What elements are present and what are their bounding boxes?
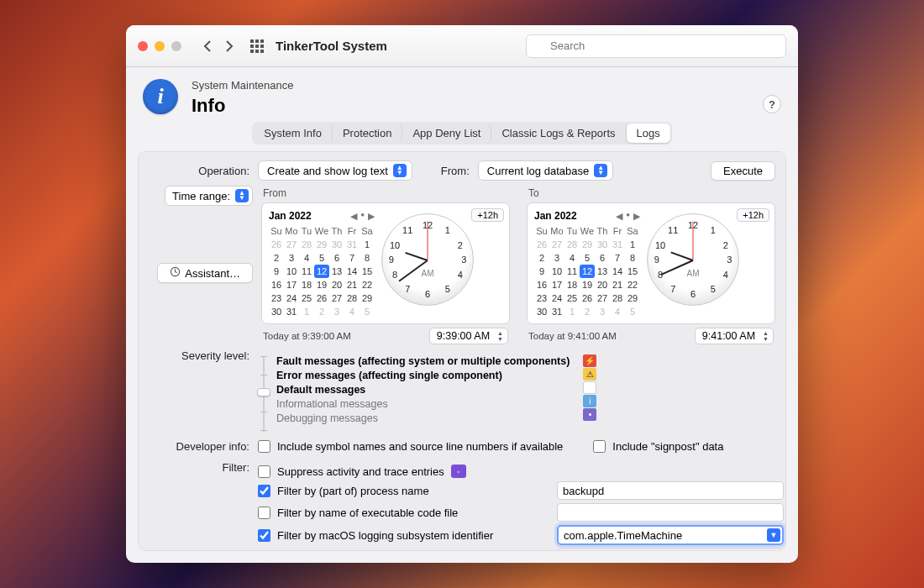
assistant-label: Assistant… — [185, 267, 240, 280]
logs-pane: Operation: Create and show log text ▲▼ F… — [138, 151, 786, 551]
from-source-value: Current log database — [487, 165, 589, 177]
filter-exec-label: Filter by name of executable code file — [277, 507, 458, 519]
filter-subsystem-checkbox[interactable] — [258, 529, 270, 542]
severity-label: Severity level: — [149, 349, 249, 362]
include-symbols-checkbox[interactable] — [258, 440, 270, 453]
zoom-window-icon[interactable] — [171, 41, 181, 51]
from-month-title: Jan 2022 — [269, 210, 312, 222]
info-icon: i — [143, 79, 178, 114]
tab-protection[interactable]: Protection — [333, 123, 403, 143]
from-ampm: AM — [422, 269, 434, 278]
window-controls — [138, 41, 181, 51]
process-name-input[interactable] — [557, 481, 784, 500]
severity-slider[interactable] — [258, 356, 270, 432]
filter-process-label: Filter by (part of) process name — [277, 485, 429, 497]
chevron-updown-icon: ▲▼ — [393, 164, 407, 177]
severity-item: Default messages — [276, 383, 570, 397]
to-ampm: AM — [687, 269, 700, 278]
subsystem-value: com.apple.TimeMachine — [564, 529, 682, 542]
suppress-label: Suppress activity and trace entries — [277, 465, 444, 478]
exec-name-input[interactable] — [557, 503, 784, 522]
chevron-updown-icon: ▲▼ — [594, 164, 607, 177]
from-today-text: Today at 9:39:00 AM — [263, 331, 351, 341]
page-title: Info — [192, 95, 749, 117]
warning-icon: ⚠ — [583, 368, 596, 381]
filter-subsystem-label: Filter by macOS logging subsystem identi… — [277, 529, 493, 542]
severity-item: Debugging messages — [276, 412, 570, 426]
breadcrumb: System Maintenance — [192, 79, 749, 92]
cal-prev-icon[interactable]: ◀ — [616, 211, 622, 222]
time-stepper[interactable]: ▲▼ — [495, 330, 506, 342]
cal-next-icon[interactable]: ▶ — [368, 211, 375, 222]
from-clock[interactable]: AM 121 23 45 67 89 1011 — [381, 213, 474, 306]
tab-system-info[interactable]: System Info — [254, 123, 333, 143]
category-input[interactable] — [557, 549, 784, 551]
titlebar: TinkerTool System — [126, 25, 798, 67]
cal-today-icon[interactable]: ● — [360, 211, 365, 222]
severity-item: Error messages (affecting single compone… — [276, 369, 570, 383]
calendar-grid[interactable]: SuMoTuWeThFrSa26272829303112345678910111… — [534, 224, 640, 318]
filter-exec-checkbox[interactable] — [258, 507, 270, 519]
to-clock[interactable]: AM 121 23 45 67 89 1011 — [647, 213, 739, 306]
to-month-title: Jan 2022 — [534, 210, 577, 222]
time-stepper[interactable]: ▲▼ — [760, 330, 771, 342]
plus-12h-button[interactable]: +12h — [737, 208, 769, 222]
tab-app-deny-list[interactable]: App Deny List — [402, 123, 491, 143]
developer-info-label: Developer info: — [149, 440, 249, 453]
activity-icon: ◦ — [451, 465, 466, 478]
assistant-button[interactable]: Assistant… — [157, 263, 253, 283]
operation-value: Create and show log text — [267, 165, 388, 177]
execute-button[interactable]: Execute — [711, 161, 775, 181]
minimize-window-icon[interactable] — [155, 41, 165, 51]
cal-today-icon[interactable]: ● — [626, 211, 630, 222]
include-signpost-checkbox[interactable] — [593, 440, 606, 453]
from-calendar[interactable]: Jan 2022 ◀ ● ▶ SuMoTuWeThFrSa26272829303… — [269, 210, 375, 318]
tab-bar: System Info Protection App Deny List Cla… — [252, 122, 671, 144]
debug-icon: • — [583, 408, 596, 421]
tab-classic-logs[interactable]: Classic Logs & Reports — [491, 123, 626, 143]
back-button[interactable] — [198, 35, 217, 57]
plus-12h-button[interactable]: +12h — [471, 208, 504, 222]
cal-next-icon[interactable]: ▶ — [633, 211, 640, 222]
operation-popup[interactable]: Create and show log text ▲▼ — [258, 160, 412, 181]
search-input[interactable] — [526, 34, 786, 58]
forward-button[interactable] — [220, 35, 239, 57]
suppress-checkbox[interactable] — [258, 465, 270, 478]
chevron-down-icon: ▼ — [767, 528, 780, 542]
from-date-box: +12h Jan 2022 ◀ ● ▶ SuMoTuWeThFrSa26272 — [261, 202, 510, 324]
from-date-label: From — [263, 187, 510, 199]
from-time-field[interactable]: 9:39:00 AM ▲▼ — [429, 328, 508, 344]
to-time-field[interactable]: 9:41:00 AM ▲▼ — [695, 328, 774, 344]
to-calendar[interactable]: Jan 2022 ◀ ● ▶ SuMoTuWeThFrSa26272829303… — [534, 210, 640, 318]
time-range-popup[interactable]: Time range: ▲▼ — [165, 186, 253, 206]
fault-icon: ⚡ — [583, 354, 596, 367]
app-title: TinkerTool System — [276, 39, 387, 53]
help-button[interactable]: ? — [763, 95, 781, 113]
to-today-text: Today at 9:41:00 AM — [528, 331, 617, 341]
to-date-label: To — [528, 187, 775, 199]
cal-prev-icon[interactable]: ◀ — [350, 211, 357, 222]
severity-list: Fault messages (affecting system or mult… — [276, 354, 570, 432]
default-icon — [583, 381, 596, 394]
operation-label: Operation: — [149, 165, 249, 177]
from-time-value: 9:39:00 AM — [437, 330, 490, 342]
include-symbols-label: Include symbol names and source line num… — [277, 440, 563, 453]
to-time-value: 9:41:00 AM — [702, 330, 755, 342]
time-range-label: Time range: — [172, 190, 230, 202]
from-source-popup[interactable]: Current log database ▲▼ — [478, 160, 613, 181]
include-signpost-label: Include "signpost" data — [612, 440, 723, 453]
info-level-icon: i — [583, 395, 596, 407]
subsystem-combo[interactable]: com.apple.TimeMachine ▼ — [557, 525, 784, 545]
filter-label: Filter: — [149, 461, 249, 474]
close-window-icon[interactable] — [138, 41, 148, 51]
tab-logs[interactable]: Logs — [627, 123, 670, 143]
clock-icon — [170, 266, 181, 280]
calendar-grid[interactable]: SuMoTuWeThFrSa26272829303112345678910111… — [269, 224, 375, 318]
app-window: TinkerTool System i System Maintenance I… — [126, 25, 798, 563]
filter-process-checkbox[interactable] — [258, 485, 270, 497]
to-date-box: +12h Jan 2022 ◀ ● ▶ SuMoTuWeThFrSa26272 — [527, 202, 775, 324]
severity-item: Informational messages — [276, 397, 570, 412]
apps-grid-icon[interactable] — [249, 38, 265, 55]
chevron-updown-icon: ▲▼ — [235, 189, 249, 202]
severity-item: Fault messages (affecting system or mult… — [276, 354, 570, 369]
